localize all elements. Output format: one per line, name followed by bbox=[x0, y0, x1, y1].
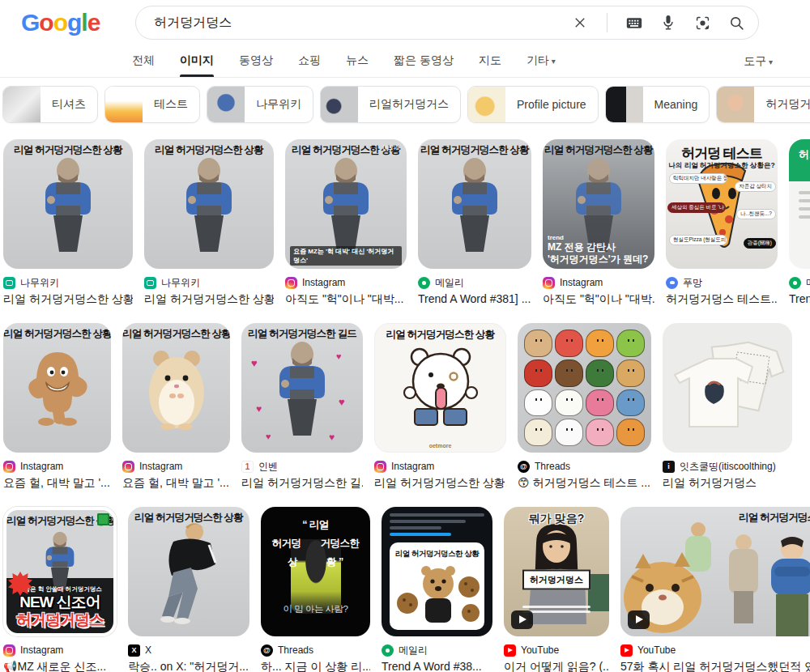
x-favicon-icon: X bbox=[128, 644, 140, 657]
result-title[interactable]: 😙 허거덩거덩스 테스트 ... bbox=[518, 476, 651, 491]
chip-Profile picture[interactable]: Profile picture bbox=[467, 86, 599, 123]
tab-지도[interactable]: 지도 bbox=[479, 46, 501, 77]
source-name: 인벤 bbox=[258, 460, 278, 473]
image-result: 리얼 허거덩거덩스한 상황YouTube57화 혹시 리얼 허거덩거덩스했던적 … bbox=[620, 507, 810, 672]
result-thumbnail[interactable]: 리얼 허거덩거덩스한 상황 bbox=[620, 507, 810, 636]
result-thumbnail[interactable]: 허거덩 테스트나의 리얼 허거덩거덩스한 상황은?틱틱대지만 내사랑은 쟁겸세상… bbox=[666, 139, 778, 269]
chip-나무위키[interactable]: 나무위키 bbox=[207, 86, 313, 123]
result-thumbnail[interactable]: 리얼 허거덩거덩스한 상황trendMZ 전용 감탄사'허거덩거덩스'가 뭔데? bbox=[543, 139, 654, 269]
google-logo[interactable]: Google bbox=[21, 9, 100, 36]
result-thumbnail[interactable]: 리얼 허거덩거덩스한 길드♥♥♥♥♥♥ bbox=[241, 323, 363, 453]
caption-line: '허거덩거덩스'가 뭔데? bbox=[548, 253, 650, 266]
overlay-title: 리얼 허거덩거덩스한 상황 bbox=[122, 327, 230, 341]
result-title[interactable]: Trend A Word #381] ... bbox=[418, 292, 531, 305]
tab-전체[interactable]: 전체 bbox=[132, 46, 155, 77]
result-thumbnail[interactable]: 리얼 허거덩거덩스한 상황요즘은 헉 안쓸때 허거덩거덩스NEW 신조어허거덩거… bbox=[3, 507, 117, 636]
result-thumbnail[interactable]: 리얼 허거덩거덩스한 상황 bbox=[144, 139, 274, 269]
chip-Meaning[interactable]: Meaning bbox=[605, 86, 710, 123]
result-thumbnail[interactable] bbox=[663, 323, 792, 453]
chip-테스트[interactable]: 테스트 bbox=[104, 86, 200, 123]
result-source: YouTube bbox=[504, 644, 609, 657]
maily-favicon-icon bbox=[382, 644, 394, 657]
result-thumbnail[interactable]: 리얼 허거덩거덩스한 상황 bbox=[382, 507, 492, 636]
caption-line: 요즘 MZ는 '헉 대박' 대신 '허거덩거덩스' bbox=[290, 246, 402, 266]
logo-letter: l bbox=[81, 9, 87, 36]
play-button bbox=[628, 610, 650, 629]
result-title[interactable]: 이거 어떻게 읽음? (... bbox=[504, 660, 609, 672]
result-thumbnail[interactable]: 뭐가 맞음?허거덩거덩스 bbox=[504, 507, 609, 636]
result-thumbnail[interactable]: 허거덩 bbox=[789, 139, 810, 269]
result-thumbnail[interactable]: 리얼 허거덩거덩스한 상황 bbox=[128, 507, 249, 636]
image-result: 리얼 허거덩거덩스한 상황trendMZ 전용 감탄사'허거덩거덩스'가 뭔데?… bbox=[543, 139, 654, 307]
result-thumbnail[interactable]: 리얼 허거덩거덩스한 상황 bbox=[418, 139, 531, 269]
new-word-big2: 허거덩거덩스 bbox=[6, 611, 113, 630]
result-title[interactable]: 리얼 허거덩거덩스 bbox=[663, 476, 792, 491]
result-title[interactable]: 락승.. on X: "허거덩거... bbox=[128, 660, 249, 672]
result-thumbnail[interactable]: 리얼 허거덩거덩스한 상황 bbox=[3, 139, 133, 269]
chip-thumbnail bbox=[321, 87, 358, 122]
result-thumbnail[interactable]: “ 리얼허거덩 거덩스한상 황 ”이 밈 아는 사람? bbox=[261, 507, 370, 636]
keyboard-icon[interactable] bbox=[625, 14, 643, 32]
tab-뉴스[interactable]: 뉴스 bbox=[346, 46, 369, 77]
tab-쇼핑[interactable]: 쇼핑 bbox=[298, 46, 321, 77]
source-name: 잇츠쿨띵(itiscoolthing) bbox=[680, 460, 776, 473]
namu-favicon-icon bbox=[144, 277, 156, 289]
overlay-title: 리얼 허거덩거덩스한 상황 bbox=[418, 143, 531, 157]
result-title[interactable]: 아직도 "헉"이나 "대박... bbox=[285, 292, 407, 307]
heart-icon: ♥ bbox=[251, 357, 258, 369]
result-title[interactable]: 아직도 "헉"이나 "대박... bbox=[543, 292, 654, 307]
result-title[interactable]: 📢MZ 새로운 신조... bbox=[3, 660, 117, 672]
image-result: 리얼 허거덩거덩스한 상황메일리Trend A Word #38... bbox=[382, 507, 492, 672]
result-source: XX bbox=[128, 644, 249, 657]
tools-button[interactable]: 도구 bbox=[744, 54, 773, 69]
figure-potato bbox=[3, 323, 111, 453]
result-title[interactable]: 요즘 헐, 대박 말고 '... bbox=[122, 476, 230, 491]
result-title[interactable]: 하... 지금 이 상황 리... bbox=[261, 660, 370, 672]
itiscool-favicon-icon: i bbox=[663, 461, 675, 473]
result-title[interactable]: Trend A Word #38... bbox=[382, 660, 492, 672]
google-lens-icon[interactable] bbox=[693, 14, 711, 32]
pumang-favicon-icon bbox=[666, 277, 678, 289]
result-title[interactable]: 요즘 헐, 대박 말고 '... bbox=[3, 476, 111, 491]
microphone-icon[interactable] bbox=[659, 14, 677, 32]
chip-티셔츠[interactable]: 티셔츠 bbox=[2, 86, 98, 123]
image-result: 리얼 허거덩거덩스한 상황나무위키리얼 허거덩거덩스한 상황... bbox=[3, 139, 133, 307]
result-thumbnail[interactable]: 리얼 허거덩거덩스한 상황 bbox=[3, 323, 111, 453]
chip-thumbnail bbox=[606, 87, 643, 122]
result-title[interactable]: 리얼 허거덩거덩스한 상황... bbox=[144, 292, 274, 307]
tab-기타[interactable]: 기타 bbox=[526, 46, 556, 77]
chip-리얼허거덩거스[interactable]: 리얼허거덩거스 bbox=[320, 86, 461, 123]
result-title[interactable]: Trend A Word #38... bbox=[789, 292, 810, 305]
chip-label: 테스트 bbox=[143, 97, 199, 112]
chip-label: 나무위키 bbox=[245, 97, 313, 112]
result-source: i잇츠쿨띵(itiscoolthing) bbox=[663, 460, 792, 473]
tab-이미지[interactable]: 이미지 bbox=[180, 46, 214, 77]
search-submit-icon[interactable] bbox=[727, 14, 745, 32]
character-blob bbox=[555, 419, 583, 446]
figure-dancer bbox=[128, 507, 249, 636]
result-title[interactable]: 리얼 허거덩거덩스한 상황... bbox=[374, 476, 506, 491]
result-thumbnail[interactable]: 리얼 허거덩거덩스한 상황oetmore bbox=[374, 323, 506, 453]
clear-search-icon[interactable] bbox=[571, 14, 589, 32]
result-title[interactable]: 리얼 허거덩거덩스한 상황... bbox=[3, 292, 133, 307]
result-title[interactable]: 57화 혹시 리얼 허거덩거덩스했던적 있어..?.. bbox=[620, 660, 810, 672]
result-title[interactable]: 허거덩거덩스 테스트... bbox=[666, 292, 778, 307]
search-input[interactable]: 허거덩거덩스 bbox=[154, 15, 571, 32]
result-thumbnail[interactable]: 리얼 허거덩거덩스한 상황trend요즘 MZ는 '헉 대박' 대신 '허거덩거… bbox=[285, 139, 407, 269]
result-thumbnail[interactable]: 리얼 허거덩거덩스한 상황 bbox=[122, 323, 230, 453]
result-source: Instagram bbox=[285, 276, 407, 289]
chip-허거덩거[interactable]: 허거덩거 bbox=[716, 86, 810, 123]
result-title[interactable]: 리얼 허거덩거덩스한 길... bbox=[241, 476, 363, 491]
image-result: “ 리얼허거덩 거덩스한상 황 ”이 밈 아는 사람?@Threads하... … bbox=[261, 507, 370, 672]
tab-동영상[interactable]: 동영상 bbox=[239, 46, 273, 77]
quote-bottom: 이 밈 아는 사람? bbox=[261, 603, 370, 615]
caption-line: oetmore bbox=[380, 443, 501, 449]
tab-짧은 동영상[interactable]: 짧은 동영상 bbox=[394, 46, 454, 77]
chip-label: Profile picture bbox=[505, 98, 598, 111]
search-bar[interactable]: 허거덩거덩스 bbox=[135, 6, 759, 40]
character-blob bbox=[616, 389, 645, 417]
result-source: @Threads bbox=[518, 460, 651, 473]
source-name: YouTube bbox=[521, 644, 559, 656]
result-thumbnail[interactable] bbox=[518, 323, 651, 453]
image-result: i잇츠쿨띵(itiscoolthing)리얼 허거덩거덩스 bbox=[663, 323, 792, 491]
